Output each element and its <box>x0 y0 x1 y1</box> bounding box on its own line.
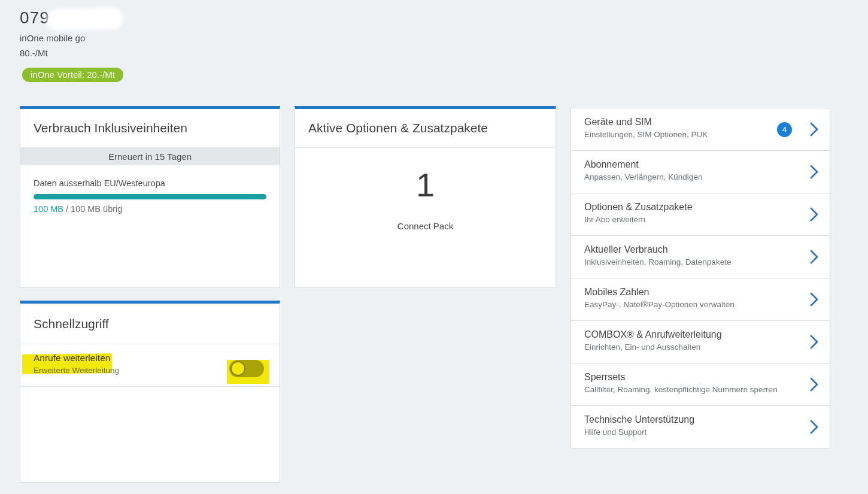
active-option-name: Connect Pack <box>295 221 556 231</box>
menu-item-title: Optionen & Zusatzpakete <box>584 202 830 213</box>
chevron-right-icon <box>808 334 820 350</box>
chevron-right-icon <box>808 248 820 265</box>
advantage-badge: inOne Vorteil: 20.-/Mt <box>22 68 123 82</box>
menu-item-subtitle: Hilfe und Support <box>584 428 830 437</box>
menu-list: Geräte und SIM Einstellungen, SIM Option… <box>570 108 830 448</box>
notification-badge: 4 <box>777 122 792 137</box>
usage-card-title: Verbrauch Inklusiveinheiten <box>34 121 187 135</box>
plan-name: inOne mobile go <box>20 33 85 43</box>
chevron-right-icon <box>808 206 820 223</box>
menu-item-subtitle: Callfilter, Roaming, kostenpflichtige Nu… <box>584 385 830 394</box>
usage-card: Verbrauch Inklusiveinheiten Erneuert in … <box>20 106 280 288</box>
active-options-count: 1 <box>295 168 556 202</box>
menu-item-subtitle: Ihr Abo erweitern <box>584 215 830 224</box>
usage-progress-bar <box>34 194 266 199</box>
usage-card-header: Verbrauch Inklusiveinheiten <box>20 109 280 148</box>
menu-item-subtitle: EasyPay-, Natel®Pay-Optionen verwalten <box>584 300 830 309</box>
quick-card-title: Schnellzugriff <box>34 317 109 331</box>
menu-row[interactable]: Mobiles Zahlen EasyPay-, Natel®Pay-Optio… <box>570 278 830 321</box>
menu-item-title: Geräte und SIM <box>584 117 830 128</box>
menu-item-subtitle: Einstellungen, SIM Optionen, PUK <box>584 130 830 139</box>
menu-row[interactable]: Sperrsets Callfilter, Roaming, kostenpfl… <box>570 363 830 406</box>
chevron-right-icon <box>808 291 820 308</box>
chevron-right-icon <box>808 163 820 180</box>
menu-row[interactable]: Geräte und SIM Einstellungen, SIM Option… <box>570 108 830 151</box>
usage-value: 100 MB <box>34 204 63 214</box>
menu-row[interactable]: COMBOX® & Anrufweiterleitung Einrichten,… <box>570 320 830 363</box>
redacted-phone-number-blur <box>49 10 122 28</box>
menu-item-subtitle: Einrichten, Ein- und Ausschalten <box>584 343 830 351</box>
chevron-right-icon <box>808 376 820 393</box>
call-forwarding-row[interactable]: Anrufe weiterleiten Erweiterte Weiterlei… <box>20 344 280 387</box>
plan-price: 80.-/Mt <box>20 48 85 58</box>
subscription-header: 079 inOne mobile go 80.-/Mt <box>20 8 85 58</box>
active-options-card: Aktive Optionen & Zusatzpakete 1 Connect… <box>295 106 556 288</box>
menu-row[interactable]: Abonnement Anpassen, Verlängern, Kündige… <box>570 150 830 193</box>
menu-row[interactable]: Technische Unterstützung Hilfe und Suppo… <box>570 405 830 448</box>
menu-item-title: Abonnement <box>584 159 830 170</box>
menu-item-subtitle: Anpassen, Verlängern, Kündigen <box>584 172 830 181</box>
options-card-title: Aktive Optionen & Zusatzpakete <box>308 121 488 135</box>
menu-item-title: Mobiles Zahlen <box>584 287 830 298</box>
menu-row[interactable]: Optionen & Zusatzpakete Ihr Abo erweiter… <box>570 193 830 236</box>
call-forwarding-toggle[interactable] <box>229 360 264 377</box>
toggle-knob <box>230 361 245 376</box>
menu-item-title: Technische Unterstützung <box>584 414 830 425</box>
quick-access-card: Schnellzugriff Anrufe weiterleiten Erwei… <box>20 301 280 483</box>
menu-item-title: Sperrsets <box>584 372 830 383</box>
usage-progress-fill <box>34 194 266 199</box>
menu-item-title: COMBOX® & Anrufweiterleitung <box>584 329 830 340</box>
menu-item-subtitle: Inklusiveinheiten, Roaming, Datenpakete <box>584 257 830 266</box>
menu-item-title: Aktueller Verbrauch <box>584 244 830 255</box>
chevron-right-icon <box>808 121 820 138</box>
quick-card-header: Schnellzugriff <box>20 304 280 344</box>
renewal-banner: Erneuert in 15 Tagen <box>20 148 280 165</box>
usage-meter-label: Daten ausserhalb EU/Westeuropa <box>34 178 266 188</box>
usage-remaining: / 100 MB übrig <box>63 204 122 214</box>
chevron-right-icon <box>808 419 820 435</box>
usage-value-line: 100 MB / 100 MB übrig <box>34 204 266 214</box>
menu-row[interactable]: Aktueller Verbrauch Inklusiveinheiten, R… <box>570 235 830 278</box>
options-card-header: Aktive Optionen & Zusatzpakete <box>295 109 556 148</box>
